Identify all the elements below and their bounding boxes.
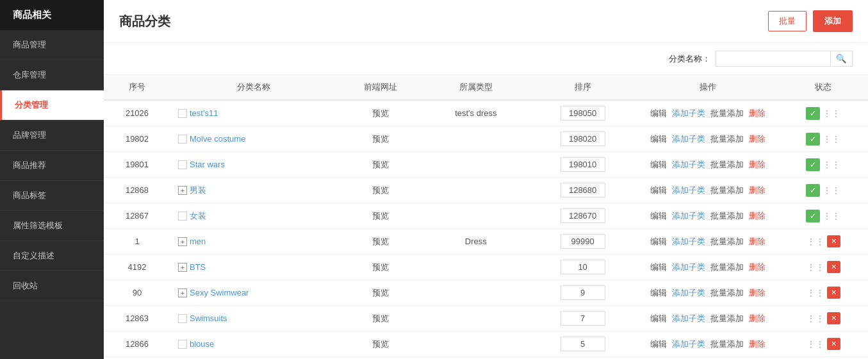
delete-button[interactable]: 删除: [746, 158, 768, 172]
batch-button[interactable]: 批量: [768, 11, 807, 31]
delete-button[interactable]: 删除: [746, 183, 768, 197]
rank-input[interactable]: [561, 208, 605, 223]
batch-add-button[interactable]: 批量添加: [708, 106, 746, 121]
sidebar-item-recycle-bin[interactable]: 回收站: [0, 271, 104, 301]
edit-button[interactable]: 编辑: [648, 286, 669, 300]
delete-button[interactable]: 删除: [746, 209, 768, 223]
status-toggle-off[interactable]: ✕: [827, 235, 840, 247]
checkbox-icon[interactable]: [178, 135, 187, 144]
status-toggle-on[interactable]: ✓: [806, 133, 820, 146]
status-toggle-off[interactable]: ✕: [827, 261, 840, 273]
rank-input[interactable]: [561, 183, 605, 197]
category-name-link[interactable]: 女装: [190, 210, 206, 222]
edit-button[interactable]: 编辑: [648, 132, 669, 146]
add-child-button[interactable]: 添加子类: [669, 209, 708, 223]
preview-link[interactable]: 预览: [372, 313, 389, 323]
add-button[interactable]: 添加: [813, 10, 853, 32]
rank-input[interactable]: [561, 106, 605, 121]
sidebar-item-warehouse-management[interactable]: 仓库管理: [0, 60, 104, 90]
category-name-link[interactable]: BTS: [190, 262, 206, 272]
add-child-button[interactable]: 添加子类: [669, 235, 708, 249]
rank-input[interactable]: [561, 285, 605, 300]
status-toggle-on[interactable]: ✓: [806, 184, 820, 197]
preview-link[interactable]: 预览: [372, 160, 389, 169]
delete-button[interactable]: 删除: [746, 312, 768, 326]
sort-handle[interactable]: ⋮⋮: [823, 108, 840, 119]
add-child-button[interactable]: 添加子类: [669, 337, 708, 351]
sort-handle[interactable]: ⋮⋮: [807, 237, 824, 247]
batch-add-button[interactable]: 批量添加: [708, 209, 746, 223]
batch-add-button[interactable]: 批量添加: [708, 183, 746, 197]
status-toggle-on[interactable]: ✓: [806, 107, 820, 120]
category-name-link[interactable]: Swimsuits: [190, 313, 227, 323]
batch-add-button[interactable]: 批量添加: [708, 312, 746, 326]
preview-link[interactable]: 预览: [372, 288, 389, 297]
sort-handle[interactable]: ⋮⋮: [807, 262, 824, 272]
rank-input[interactable]: [561, 157, 605, 172]
edit-button[interactable]: 编辑: [648, 183, 669, 197]
checkbox-icon[interactable]: [178, 109, 187, 118]
delete-button[interactable]: 删除: [746, 106, 768, 121]
delete-button[interactable]: 删除: [746, 235, 768, 249]
preview-link[interactable]: 预览: [372, 262, 389, 272]
batch-add-button[interactable]: 批量添加: [708, 260, 746, 274]
expand-icon[interactable]: +: [178, 186, 187, 195]
preview-link[interactable]: 预览: [372, 237, 389, 246]
sidebar-item-brand-management[interactable]: 品牌管理: [0, 121, 104, 151]
checkbox-icon[interactable]: [178, 160, 187, 169]
sidebar-item-attribute-filter[interactable]: 属性筛选模板: [0, 211, 104, 241]
add-child-button[interactable]: 添加子类: [669, 312, 708, 326]
delete-button[interactable]: 删除: [746, 286, 768, 300]
edit-button[interactable]: 编辑: [648, 312, 669, 326]
preview-link[interactable]: 预览: [372, 134, 389, 144]
add-child-button[interactable]: 添加子类: [669, 132, 708, 146]
expand-icon[interactable]: +: [178, 237, 187, 246]
add-child-button[interactable]: 添加子类: [669, 158, 708, 172]
checkbox-icon[interactable]: [178, 314, 187, 323]
sort-handle[interactable]: ⋮⋮: [807, 313, 824, 324]
add-child-button[interactable]: 添加子类: [669, 260, 708, 274]
rank-input[interactable]: [561, 131, 605, 146]
status-toggle-on[interactable]: ✓: [806, 158, 820, 171]
edit-button[interactable]: 编辑: [648, 158, 669, 172]
rank-input[interactable]: [561, 337, 605, 351]
edit-button[interactable]: 编辑: [648, 337, 669, 351]
sidebar-item-product-recommendation[interactable]: 商品推荐: [0, 151, 104, 181]
delete-button[interactable]: 删除: [746, 132, 768, 146]
expand-icon[interactable]: +: [178, 288, 187, 297]
delete-button[interactable]: 删除: [746, 337, 768, 351]
sort-handle[interactable]: ⋮⋮: [823, 211, 840, 221]
preview-link[interactable]: 预览: [372, 211, 389, 221]
category-name-link[interactable]: Moive costume: [190, 134, 245, 144]
status-toggle-on[interactable]: ✓: [806, 210, 820, 222]
search-button[interactable]: 🔍: [831, 51, 853, 67]
category-name-link[interactable]: Star wars: [190, 160, 225, 169]
category-name-link[interactable]: men: [190, 237, 206, 246]
sort-handle[interactable]: ⋮⋮: [823, 134, 840, 144]
category-name-link[interactable]: 男装: [190, 185, 206, 196]
expand-icon[interactable]: +: [178, 263, 187, 272]
edit-button[interactable]: 编辑: [648, 106, 669, 121]
category-name-link[interactable]: Sexy Swimwear: [190, 288, 249, 297]
rank-input[interactable]: [561, 311, 605, 326]
rank-input[interactable]: [561, 260, 605, 274]
checkbox-icon[interactable]: [178, 340, 187, 349]
sidebar-item-product-management[interactable]: 商品管理: [0, 30, 104, 60]
edit-button[interactable]: 编辑: [648, 209, 669, 223]
search-input[interactable]: [716, 51, 831, 67]
category-name-link[interactable]: test's11: [190, 108, 218, 118]
status-toggle-off[interactable]: ✕: [827, 287, 840, 299]
edit-button[interactable]: 编辑: [648, 235, 669, 249]
checkbox-icon[interactable]: [178, 212, 187, 221]
sidebar-item-product-tags[interactable]: 商品标签: [0, 181, 104, 211]
rank-input[interactable]: [561, 234, 605, 249]
sidebar-item-custom-description[interactable]: 自定义描述: [0, 241, 104, 271]
edit-button[interactable]: 编辑: [648, 260, 669, 274]
sort-handle[interactable]: ⋮⋮: [823, 185, 840, 196]
batch-add-button[interactable]: 批量添加: [708, 286, 746, 300]
status-toggle-off[interactable]: ✕: [827, 312, 840, 324]
add-child-button[interactable]: 添加子类: [669, 106, 708, 121]
status-toggle-off[interactable]: ✕: [827, 338, 840, 350]
preview-link[interactable]: 预览: [372, 339, 389, 349]
sort-handle[interactable]: ⋮⋮: [807, 288, 824, 298]
